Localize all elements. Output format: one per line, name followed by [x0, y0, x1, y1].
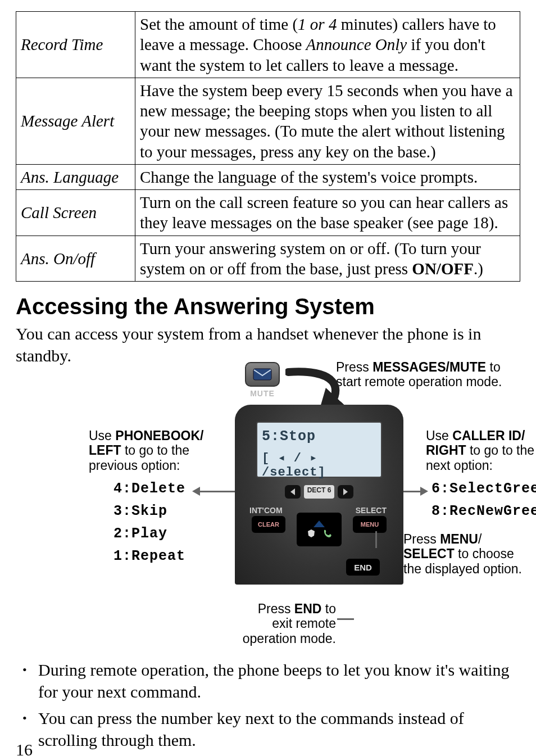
bold-text: MENU [440, 532, 478, 546]
end-button: END [346, 559, 380, 576]
screen-line-1: 5:Stop [262, 428, 376, 445]
menu-arrow-stub [375, 531, 377, 548]
row-label: Ans. On/off [16, 236, 135, 282]
clear-button: CLEAR [252, 516, 285, 533]
left-legend-header: Use PHONEBOOK/ LEFT to go to the previou… [89, 428, 207, 473]
mail-icon [245, 362, 280, 387]
row-label: Message Alert [16, 78, 135, 164]
shield-icon [306, 528, 316, 538]
row-label: Record Time [16, 12, 135, 78]
left-arrow-icon [192, 487, 237, 496]
left-option-4: 1:Repeat [113, 548, 185, 565]
handset-graphic: 5:Stop [ ◂ / ▸ /select] DECT 6 INT'COM S… [235, 405, 403, 585]
table-row: Ans. Language Change the language of the… [16, 164, 520, 189]
page-number: 16 [16, 740, 33, 756]
table-row: Message Alert Have the system beep every… [16, 78, 520, 164]
right-option-1: 6:SelectGreeting [431, 481, 536, 497]
table-row: Call Screen Turn on the call screen feat… [16, 190, 520, 236]
phone-icon [322, 528, 332, 538]
text: .) [474, 260, 483, 278]
row-desc: Set the amount of time (1 or 4 minutes) … [135, 12, 520, 78]
table-row: Record Time Set the amount of time (1 or… [16, 12, 520, 78]
select-label: SELECT [356, 506, 387, 515]
bold-text: END [294, 601, 322, 616]
text: Use [89, 428, 115, 443]
bold-text: SELECT [403, 546, 455, 561]
menu-button: MENU [353, 516, 387, 533]
text: Set the amount of time ( [140, 15, 298, 33]
nav-left-button [285, 485, 301, 499]
menu-button-group: MENU [353, 516, 387, 546]
row-desc: Turn your answering system on or off. (T… [135, 236, 520, 282]
notes-list: During remote operation, the phone beeps… [16, 659, 520, 751]
row-desc: Change the language of the system's voic… [135, 164, 520, 189]
clear-button-group: CLEAR [252, 516, 285, 546]
text: Press [258, 601, 294, 616]
row-label: Ans. Language [16, 164, 135, 189]
list-item: During remote operation, the phone beeps… [38, 659, 520, 703]
nav-mid-label: DECT 6 [304, 485, 335, 499]
emphasis: 1 or 4 [298, 15, 337, 33]
end-arrow [337, 618, 354, 620]
mute-button-graphic: MUTE [245, 362, 280, 398]
screen-line-2: [ ◂ / ▸ /select] [262, 450, 376, 479]
up-arrow-icon [314, 520, 325, 527]
dpad [297, 513, 342, 546]
text: Press [403, 532, 440, 546]
bold-text: ON/OFF [412, 260, 474, 278]
menu-button-label: MENU [361, 521, 379, 528]
right-legend-header: Use CALLER ID/ RIGHT to go to the next o… [426, 428, 536, 473]
end-instruction: Press END to exit remote operation mode. [240, 601, 336, 646]
nav-right-button [338, 485, 353, 499]
row-desc: Have the system beep every 15 seconds wh… [135, 78, 520, 164]
emphasis: Announce Only [306, 35, 407, 53]
settings-table: Record Time Set the amount of time (1 or… [16, 11, 520, 282]
mute-label: MUTE [245, 389, 280, 398]
text: Use [426, 428, 452, 443]
clear-button-label: CLEAR [258, 521, 279, 528]
intcom-label: INT'COM [249, 506, 283, 515]
left-option-3: 2:Play [113, 526, 167, 542]
left-option-1: 4:Delete [113, 481, 185, 497]
list-item: You can press the number key next to the… [38, 707, 520, 751]
svg-rect-0 [253, 369, 271, 380]
right-option-2: 8:RecNewGreeting [431, 503, 536, 520]
answering-system-diagram: Press MESSAGES/MUTE to start remote oper… [16, 365, 520, 652]
row-label: Call Screen [16, 190, 135, 236]
row-desc: Turn on the call screen feature so you c… [135, 190, 520, 236]
row2: CLEAR MENU [235, 516, 403, 546]
table-row: Ans. On/off Turn your answering system o… [16, 236, 520, 282]
section-heading: Accessing the Answering System [16, 294, 520, 319]
select-instruction: Press MENU/SELECT to choose the displaye… [403, 532, 533, 576]
left-option-2: 3:Skip [113, 503, 167, 520]
nav-row: DECT 6 [235, 485, 403, 499]
right-arrow-icon [402, 487, 428, 496]
handset-screen: 5:Stop [ ◂ / ▸ /select] [256, 422, 382, 478]
